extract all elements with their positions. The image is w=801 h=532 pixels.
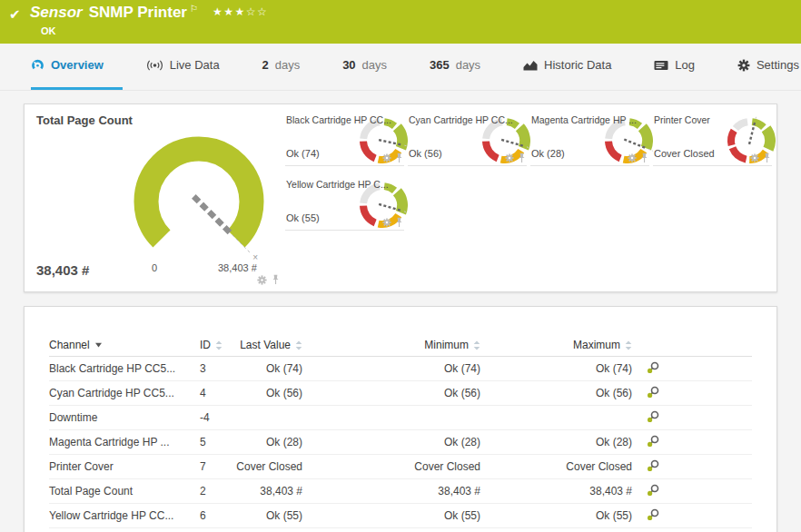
pin-icon[interactable]	[640, 153, 648, 163]
cell-actions	[632, 508, 752, 524]
gauge-yellow-cartridge-hp-c[interactable]: Yellow Cartridge HP C...Ok (55)	[285, 172, 404, 231]
small-gauge-actions	[750, 153, 771, 163]
gauge-cyan-cartridge-hp-cc[interactable]: Cyan Cartridge HP CC...Ok (56)	[408, 108, 527, 166]
table-row[interactable]: Cyan Cartridge HP CC5...4Ok (56)Ok (56)O…	[49, 381, 752, 406]
cell-id: 2	[200, 485, 236, 498]
tab-label: Settings	[756, 58, 799, 72]
small-gauge-status: Ok (56)	[409, 148, 442, 159]
col-header-channel[interactable]: Channel	[49, 339, 200, 351]
main-gauge: Total Page Count × 0 38,403 # 38,403 #	[25, 104, 288, 291]
cell-id: 6	[200, 509, 236, 522]
cell-actions	[632, 361, 752, 377]
cell-last: Ok (74)	[236, 362, 302, 375]
table-row[interactable]: Downtime-4	[49, 406, 752, 430]
live-icon	[146, 59, 163, 72]
cell-channel: Total Page Count	[49, 485, 200, 498]
tab-overview[interactable]: Overview	[31, 58, 104, 72]
gear-icon	[737, 59, 750, 72]
cell-last: Ok (56)	[236, 387, 302, 399]
pin-icon[interactable]	[395, 217, 403, 228]
status-ok-check-icon: ✔	[9, 6, 21, 23]
tab-settings[interactable]: Settings	[737, 58, 799, 72]
small-gauge-title: Cyan Cartridge HP CC...	[409, 114, 513, 125]
flag-icon[interactable]: ⚐	[190, 4, 198, 14]
cell-max: 38,403 #	[480, 485, 632, 498]
cell-id: 3	[200, 362, 236, 375]
cell-id: -4	[200, 411, 236, 424]
sensor-kind-label: Sensor	[30, 4, 83, 21]
svg-text:×: ×	[252, 252, 258, 262]
cell-max: Ok (55)	[480, 509, 632, 522]
sensor-header: ✔ SensorSNMP Printer⚐★★★☆☆ OK	[0, 0, 801, 44]
cell-id: 5	[200, 436, 236, 448]
tab-label: Overview	[51, 58, 104, 72]
cell-min: Ok (28)	[302, 436, 480, 448]
gear-icon[interactable]	[505, 153, 514, 163]
cell-id: 4	[200, 387, 236, 399]
table-row[interactable]: Total Page Count238,403 #38,403 #38,403 …	[49, 479, 752, 504]
channel-settings-icon[interactable]	[647, 410, 660, 423]
gauge-black-cartridge-hp-cc[interactable]: Black Cartridge HP CC...Ok (74)	[285, 108, 404, 166]
gear-icon[interactable]	[628, 153, 637, 163]
gauges-panel: Total Page Count × 0 38,403 # 38,403 # B…	[24, 103, 777, 292]
channel-settings-icon[interactable]	[647, 484, 660, 497]
gauge-icon	[31, 59, 44, 72]
channel-settings-icon[interactable]	[647, 459, 660, 472]
tab-30-days[interactable]: 30days	[342, 58, 387, 72]
pin-icon[interactable]	[763, 153, 771, 163]
table-row[interactable]: Magenta Cartridge HP ...5Ok (28)Ok (28)O…	[49, 430, 752, 455]
cell-max: Cover Closed	[480, 460, 632, 473]
cell-actions	[632, 410, 752, 426]
tab-num: 2	[262, 58, 269, 72]
col-header-id[interactable]: ID	[200, 339, 236, 351]
small-gauge-status: Cover Closed	[654, 148, 715, 159]
tab-log[interactable]: Log	[654, 58, 695, 72]
cell-actions	[632, 459, 752, 475]
gear-icon[interactable]	[257, 275, 267, 285]
cell-min: Cover Closed	[302, 460, 480, 473]
channels-table: ChannelIDLast ValueMinimumMaximumBlack C…	[49, 334, 752, 528]
channel-settings-icon[interactable]	[647, 508, 660, 521]
tab-2-days[interactable]: 2days	[262, 58, 301, 72]
tab-label: Log	[675, 58, 695, 72]
tab-live-data[interactable]: Live Data	[146, 58, 220, 72]
sensor-overview-page: ✔ SensorSNMP Printer⚐★★★☆☆ OK OverviewLi…	[0, 0, 801, 532]
tab-num: 365	[430, 58, 450, 72]
pin-icon[interactable]	[518, 153, 526, 163]
cell-max: Ok (28)	[480, 436, 632, 448]
channel-settings-icon[interactable]	[647, 386, 660, 399]
table-row[interactable]: Black Cartridge HP CC5...3Ok (74)Ok (74)…	[49, 357, 752, 381]
pin-icon[interactable]	[272, 274, 280, 285]
small-gauges-grid: Black Cartridge HP CC...Ok (74)Cyan Cart…	[285, 108, 776, 237]
pin-icon[interactable]	[395, 153, 403, 163]
tab-historic-data[interactable]: Historic Data	[523, 58, 611, 72]
main-gauge-actions	[257, 274, 280, 285]
channel-settings-icon[interactable]	[647, 361, 660, 374]
priority-stars[interactable]: ★★★☆☆	[213, 5, 268, 18]
cell-channel: Black Cartridge HP CC5...	[49, 362, 200, 375]
tab-365-days[interactable]: 365days	[430, 58, 480, 72]
sort-desc-icon	[94, 342, 103, 348]
gear-icon[interactable]	[382, 153, 391, 163]
gear-icon[interactable]	[750, 153, 759, 163]
cell-actions	[632, 386, 752, 401]
col-header-maximum[interactable]: Maximum	[480, 339, 632, 351]
cell-channel: Magenta Cartridge HP ...	[49, 436, 200, 448]
small-gauge-title: Printer Cover	[654, 114, 710, 125]
cell-max: Ok (56)	[480, 387, 632, 399]
col-header-last-value[interactable]: Last Value	[236, 339, 302, 351]
channels-table-panel: ChannelIDLast ValueMinimumMaximumBlack C…	[24, 306, 777, 532]
col-header-minimum[interactable]: Minimum	[302, 339, 480, 351]
table-row[interactable]: Printer Cover7Cover ClosedCover ClosedCo…	[49, 455, 752, 479]
gauge-magenta-cartridge-hp[interactable]: Magenta Cartridge HP ...Ok (28)	[530, 108, 649, 166]
cell-last: Ok (55)	[236, 509, 302, 522]
gauge-printer-cover[interactable]: Printer CoverCover Closed	[653, 108, 772, 166]
table-row[interactable]: Yellow Cartridge HP CC...6Ok (55)Ok (55)…	[49, 504, 752, 528]
cell-last: Cover Closed	[236, 460, 302, 473]
cell-last: 38,403 #	[236, 485, 302, 498]
channel-settings-icon[interactable]	[647, 435, 660, 448]
gear-icon[interactable]	[382, 218, 391, 227]
cell-max: Ok (74)	[480, 362, 632, 375]
small-gauge-status: Ok (55)	[286, 212, 320, 223]
cell-id: 7	[200, 460, 236, 473]
